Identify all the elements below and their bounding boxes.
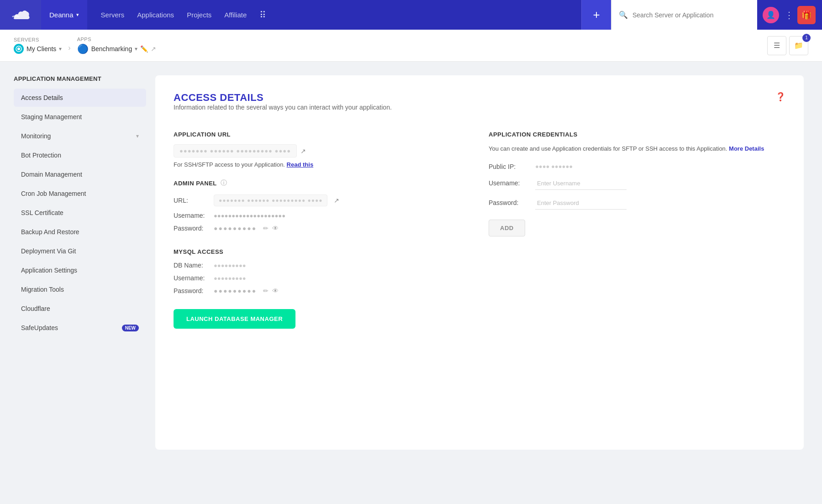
sidebar-item-safeupdates[interactable]: SafeUpdates NEW: [14, 319, 146, 337]
mysql-username-label: Username:: [174, 274, 210, 282]
add-credentials-button[interactable]: ADD: [489, 220, 525, 236]
admin-url-row: URL: ●●●●●●● ●●●●●● ●●●●●●●●● ●●●● ↗: [174, 194, 470, 206]
mysql-dbname-row: DB Name: ●●●●●●●●●: [174, 262, 470, 269]
folder-view-button[interactable]: 📁 1: [789, 36, 808, 55]
edit-icon[interactable]: ✏️: [140, 45, 148, 52]
mysql-eye-icon[interactable]: 👁: [272, 287, 279, 294]
cred-username-row: Username:: [489, 177, 785, 190]
sidebar-item-access-details[interactable]: Access Details: [14, 89, 146, 107]
nav-link-projects[interactable]: Projects: [187, 9, 211, 21]
app-url-title: APPLICATION URL: [174, 131, 470, 138]
app-url-section: APPLICATION URL ●●●●●●● ●●●●●● ●●●●●●●●●…: [174, 131, 470, 168]
public-ip-label: Public IP:: [489, 163, 530, 170]
left-column: APPLICATION URL ●●●●●●● ●●●●●● ●●●●●●●●●…: [174, 131, 470, 329]
public-ip-masked: ●●●● ●●●●●●: [535, 163, 573, 170]
sidebar-item-backup-and-restore[interactable]: Backup And Restore: [14, 223, 146, 241]
new-badge: NEW: [122, 325, 139, 331]
more-details-link[interactable]: More Details: [729, 145, 764, 152]
help-icon[interactable]: ❓: [775, 92, 785, 102]
list-icon: ☰: [774, 41, 780, 50]
admin-panel-fields: URL: ●●●●●●● ●●●●●● ●●●●●●●●● ●●●● ↗ Use…: [174, 194, 470, 232]
mysql-dbname-label: DB Name:: [174, 262, 210, 269]
grid-icon[interactable]: ⠿: [259, 10, 266, 21]
mysql-edit-icon[interactable]: ✏: [263, 287, 269, 294]
search-input[interactable]: [632, 11, 750, 19]
nav-plus-button[interactable]: +: [581, 0, 611, 30]
folder-badge: 1: [802, 34, 811, 42]
section-description: Information related to the several ways …: [174, 104, 392, 111]
breadcrumb-separator: ›: [68, 44, 70, 52]
server-name: My Clients: [26, 45, 56, 52]
list-view-button[interactable]: ☰: [767, 36, 786, 55]
sidebar-item-domain-management[interactable]: Domain Management: [14, 165, 146, 184]
sidebar-item-cloudflare[interactable]: Cloudflare: [14, 299, 146, 318]
content-card: ACCESS DETAILS Information related to th…: [155, 75, 804, 450]
app-selector[interactable]: 🔵 Benchmarking ▾ ✏️ ↗: [77, 43, 157, 54]
cred-password-row: Password:: [489, 196, 785, 210]
nav-link-servers[interactable]: Servers: [101, 9, 125, 21]
sidebar-item-label: Cloudflare: [21, 305, 50, 312]
admin-info-icon[interactable]: ⓘ: [221, 179, 227, 187]
sidebar-item-label: SafeUpdates: [21, 324, 58, 331]
nav-link-affiliate[interactable]: Affiliate: [224, 9, 247, 21]
sidebar-item-bot-protection[interactable]: Bot Protection: [14, 146, 146, 164]
mysql-dbname-masked: ●●●●●●●●●: [214, 262, 246, 269]
nav-user-name: Deanna: [49, 11, 74, 19]
credentials-title: APPLICATION CREDENTIALS: [489, 131, 785, 138]
nav-right: + 🔍 👤 ⋮ 🎁: [581, 0, 822, 30]
sidebar-item-label: Migration Tools: [21, 286, 64, 293]
sidebar-item-cron-job-management[interactable]: Cron Job Management: [14, 184, 146, 203]
mysql-username-row: Username: ●●●●●●●●●: [174, 274, 470, 282]
server-selector[interactable]: My Clients ▾: [14, 44, 62, 54]
section-title-block: ACCESS DETAILS Information related to th…: [174, 92, 392, 127]
admin-edit-icon[interactable]: ✏: [263, 225, 269, 232]
right-column: APPLICATION CREDENTIALS You can create a…: [489, 131, 785, 329]
nav-user-button[interactable]: Deanna ▾: [41, 0, 87, 30]
credentials-section: APPLICATION CREDENTIALS You can create a…: [489, 131, 785, 236]
sidebar-item-application-settings[interactable]: Application Settings: [14, 261, 146, 279]
sidebar-item-monitoring[interactable]: Monitoring ▾: [14, 127, 146, 145]
sidebar-item-staging-management[interactable]: Staging Management: [14, 108, 146, 126]
nav-links: Servers Applications Projects Affiliate …: [87, 9, 581, 21]
svg-point-1: [17, 47, 20, 50]
mysql-password-masked: ●●●●●●●●●: [214, 287, 257, 294]
server-dropdown-icon: ▾: [59, 46, 62, 52]
public-ip-row: Public IP: ●●●● ●●●●●●: [489, 163, 785, 170]
mysql-password-label: Password:: [174, 287, 210, 294]
ssh-note: For SSH/SFTP access to your Application.…: [174, 161, 470, 168]
url-external-link-icon[interactable]: ↗: [300, 147, 306, 155]
more-options-icon[interactable]: ⋮: [785, 10, 794, 21]
avatar[interactable]: 👤: [763, 7, 779, 23]
search-icon: 🔍: [619, 10, 628, 19]
cred-password-input[interactable]: [535, 196, 627, 210]
mysql-password-row: Password: ●●●●●●●●● ✏ 👁: [174, 287, 470, 294]
gift-icon[interactable]: 🎁: [797, 6, 816, 24]
sidebar-item-migration-tools[interactable]: Migration Tools: [14, 280, 146, 299]
admin-eye-icon[interactable]: 👁: [272, 225, 279, 232]
mysql-section: MYSQL ACCESS DB Name: ●●●●●●●●● Username…: [174, 248, 470, 329]
admin-password-row: Password: ●●●●●●●●● ✏ 👁: [174, 225, 470, 232]
nav-user-chevron-icon: ▾: [76, 12, 79, 18]
sidebar-item-deployment-via-git[interactable]: Deployment Via Git: [14, 242, 146, 260]
nav-link-applications[interactable]: Applications: [137, 9, 174, 21]
mysql-username-masked: ●●●●●●●●●: [214, 275, 246, 282]
external-link-icon[interactable]: ↗: [151, 45, 156, 52]
cred-username-label: Username:: [489, 179, 530, 187]
sidebar-item-label: Deployment Via Git: [21, 247, 76, 255]
sidebar-item-label: Access Details: [21, 94, 63, 101]
mysql-password-icons: ✏ 👁: [263, 287, 279, 294]
admin-url-label: URL:: [174, 197, 210, 204]
section-title: ACCESS DETAILS: [174, 92, 392, 104]
admin-url-external-icon[interactable]: ↗: [334, 197, 339, 204]
admin-panel-title: ADMIN PANEL: [174, 180, 217, 187]
section-header: ACCESS DETAILS Information related to th…: [174, 92, 785, 127]
chevron-down-icon: ▾: [136, 133, 139, 139]
cred-username-input[interactable]: [535, 177, 627, 190]
wordpress-icon: 🔵: [77, 43, 89, 54]
sidebar-item-ssl-certificate[interactable]: SSL Certificate: [14, 204, 146, 222]
nav-search-bar: 🔍: [611, 0, 757, 30]
launch-database-manager-button[interactable]: LAUNCH DATABASE MANAGER: [174, 309, 295, 329]
read-this-link[interactable]: Read this: [287, 161, 314, 168]
admin-username-label: Username:: [174, 212, 210, 219]
main-layout: Application Management Access Details St…: [0, 62, 822, 504]
